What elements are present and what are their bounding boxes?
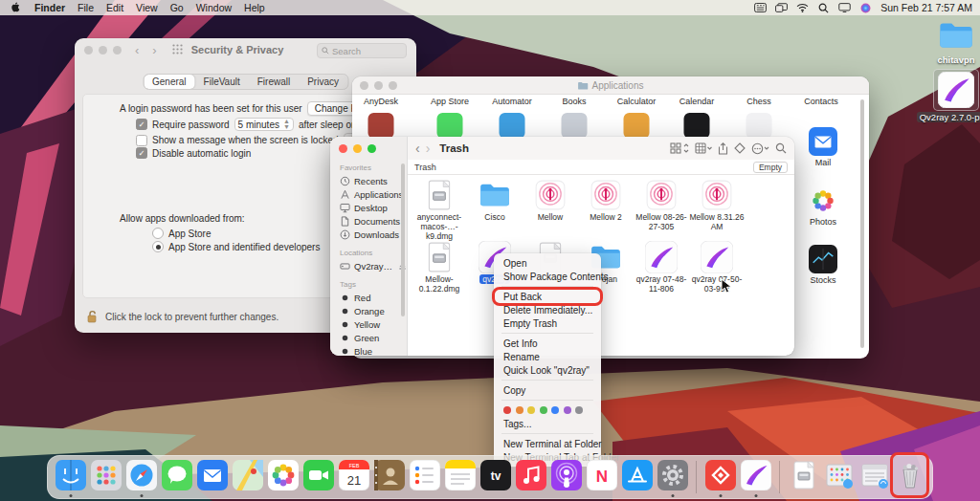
sidebar-item-applications[interactable]: Applications [330,187,407,201]
forward-button[interactable]: › [426,141,431,156]
show-all-icon[interactable] [172,41,183,58]
desktop-icon-chitavpn[interactable]: chitavpn [916,17,980,65]
minimize-button[interactable] [353,144,362,153]
icon-size-control[interactable] [670,142,689,155]
app-icon-partial[interactable] [562,113,588,139]
tab-general[interactable]: General [144,75,195,89]
menubar-item-edit[interactable]: Edit [106,2,123,13]
tag-icon[interactable] [734,142,746,155]
app-icon-partial[interactable] [624,113,650,139]
dock-item-trash[interactable] [894,456,925,498]
dock-item-podcasts[interactable] [550,456,582,498]
menubar-item-view[interactable]: View [136,2,158,13]
app-label-books[interactable]: Books [562,97,586,106]
sidebar-item-documents[interactable]: Documents [330,214,407,228]
file-cisco[interactable]: Cisco [467,179,523,223]
menu-item-get-info[interactable]: Get Info [494,337,601,350]
tab-privacy[interactable]: Privacy [299,75,347,89]
sidebar-item-yellow[interactable]: Yellow [330,317,407,331]
app-item-stocks[interactable]: Stocks [790,245,857,285]
menubar-item-go[interactable]: Go [170,2,184,13]
menu-item-delete-immediately-[interactable]: Delete Immediately... [494,303,601,316]
dock-item-messages[interactable] [161,456,192,498]
dock-item-launchpad[interactable] [90,456,122,498]
app-label-calculator[interactable]: Calculator [617,97,657,106]
app-item-mail[interactable]: Mail [790,127,857,167]
app-icon-partial[interactable] [746,113,772,139]
require-password-interval-select[interactable]: 5 minutes ▲▼ [234,118,294,131]
spotlight-icon[interactable] [817,3,830,13]
app-icon-partial[interactable] [500,113,525,139]
tag-color-dot[interactable] [575,406,583,414]
scrollbar[interactable] [860,99,864,348]
minimize-button[interactable] [374,81,383,90]
file-mellow-08-26-27-305[interactable]: Mellow 08-26-27-305 [634,179,689,232]
zoom-button[interactable] [389,81,397,90]
file-anyconnect-macos-k9-dmg[interactable]: anyconnect-macos-…-k9.dmg [412,179,467,241]
menu-item-put-back[interactable]: Put Back [494,290,601,303]
app-label-chess[interactable]: Chess [746,97,771,106]
dock-item-news[interactable]: N [586,456,617,498]
app-label-calendar[interactable]: Calendar [679,97,715,106]
display-icon[interactable] [838,3,851,13]
tag-color-row[interactable] [494,403,601,417]
file-qv2ray-07-48-11-806[interactable]: qv2ray 07-48-11-806 [634,241,689,294]
sidebar-item-red[interactable]: Red [330,291,407,304]
radio-app-store[interactable] [152,228,164,239]
tag-color-dot[interactable] [551,406,559,414]
dock-item-calendar[interactable]: FEB21 [338,456,369,498]
dock-item-safari[interactable] [125,456,157,498]
search-icon[interactable] [775,142,787,155]
empty-trash-button[interactable]: Empty [753,162,788,173]
window-controls[interactable] [84,46,122,54]
app-icon-partial[interactable] [684,113,710,139]
menu-item-show-package-contents[interactable]: Show Package Contents [494,270,601,283]
back-button[interactable]: ‹ [415,141,420,156]
sidebar-item-desktop[interactable]: Desktop [330,201,407,214]
sidebar-item-recents[interactable]: Recents [330,174,407,187]
dock-item-music[interactable] [515,456,546,498]
wifi-icon[interactable] [796,3,809,13]
app-item-photos[interactable]: Photos [790,186,857,227]
dock-item-app-store[interactable] [621,456,653,498]
minimize-button[interactable] [99,46,107,54]
menu-item-open[interactable]: Open [494,256,601,270]
sidebar-scrollbar[interactable] [401,163,405,316]
show-message-checkbox[interactable] [136,135,147,146]
dock-item-photos[interactable] [267,456,299,498]
menubar-item-file[interactable]: File [78,2,94,13]
desktop-icon-qv2ray[interactable]: Qv2ray 2.7.0-pre2 [916,69,980,122]
siri-icon[interactable] [859,3,872,13]
menu-item-quick-look-qv2ray-[interactable]: Quick Look "qv2ray" [494,363,601,377]
tag-color-dot[interactable] [564,406,571,414]
app-label-app-store[interactable]: App Store [431,97,469,106]
lock-icon[interactable] [86,310,99,324]
require-password-checkbox[interactable]: ✓ [136,119,147,130]
search-input[interactable]: Search [317,43,407,58]
app-icon-partial[interactable] [437,113,463,139]
close-button[interactable] [84,46,93,54]
app-label-contacts[interactable]: Contacts [804,97,838,106]
sidebar-item-blue[interactable]: Blue [330,344,407,356]
share-icon[interactable] [718,142,728,155]
sidebar-item-qv2ray-[interactable]: Qv2ray… [330,259,407,272]
dock-item-contacts[interactable] [373,456,405,498]
dock-item-maps[interactable] [232,456,263,498]
file-mellow-8-31-26-am[interactable]: Mellow 8.31.26 AM [689,179,745,232]
menubar-item-help[interactable]: Help [244,2,265,13]
app-label-anydesk[interactable]: AnyDesk [364,97,398,106]
dock-item-disk-image[interactable] [788,456,819,498]
radio-identified-developers[interactable] [152,241,164,252]
mission-control-icon[interactable] [775,3,788,13]
forward-button[interactable]: › [152,43,156,57]
menu-item-tags-[interactable]: Tags... [494,417,601,430]
menu-item-copy[interactable]: Copy [494,383,601,397]
window-controls[interactable] [339,144,376,153]
file-qv2ray-07-50-03-992[interactable]: qv2ray 07-50-03-992 [689,241,745,294]
dock-item-minimized-window[interactable] [858,456,890,498]
close-button[interactable] [339,144,347,153]
menubar-clock[interactable]: Sun Feb 21 7:57 AM [880,2,972,13]
menu-item-rename[interactable]: Rename [494,350,601,363]
sidebar-item-green[interactable]: Green [330,331,407,344]
dock-item-qv2ray[interactable] [740,456,771,498]
